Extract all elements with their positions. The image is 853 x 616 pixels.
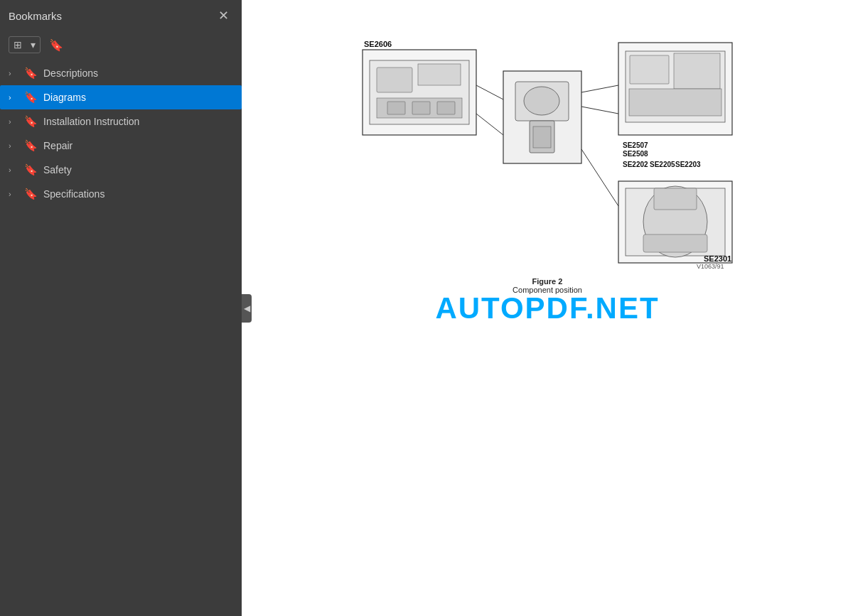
svg-line-26 <box>581 85 618 92</box>
svg-line-27 <box>581 107 618 114</box>
sidebar-item-label: Specifications <box>43 188 233 200</box>
figure-description: Component position <box>513 286 582 294</box>
chevron-icon: › <box>9 93 18 102</box>
svg-point-11 <box>524 87 559 115</box>
bookmark-item-icon: 🔖 <box>24 188 38 200</box>
component-diagram-svg: SE2606 <box>348 28 746 270</box>
sidebar: Bookmarks ✕ ⊞ ▾ 🔖 › 🔖 Descriptions › 🔖 D… <box>0 0 242 616</box>
svg-rect-2 <box>377 67 412 92</box>
figure-caption: Figure 2 Component position <box>513 277 582 294</box>
svg-text:SE2606: SE2606 <box>364 40 392 48</box>
chevron-icon: › <box>9 117 18 126</box>
sidebar-item-diagrams[interactable]: › 🔖 Diagrams <box>0 85 242 109</box>
svg-text:SE2205: SE2205 <box>650 161 675 168</box>
content-area: SE2606 <box>242 0 853 616</box>
page-content: SE2606 <box>242 0 853 616</box>
collapse-panel-button[interactable]: ◀ <box>242 294 252 323</box>
bookmark-item-icon: 🔖 <box>24 115 38 128</box>
chevron-icon: › <box>9 190 18 198</box>
expand-icon-button[interactable]: ⊞ <box>9 37 26 53</box>
pdf-page: SE2606 <box>242 0 853 616</box>
close-button[interactable]: ✕ <box>214 8 233 23</box>
svg-text:SE2203: SE2203 <box>675 161 701 168</box>
watermark: AUTOPDF.NET <box>435 291 659 325</box>
diagram-container: SE2606 <box>270 28 825 294</box>
sidebar-item-label: Installation Instruction <box>43 116 233 127</box>
sidebar-item-repair[interactable]: › 🔖 Repair <box>0 134 242 158</box>
sidebar-item-specifications[interactable]: › 🔖 Specifications <box>0 182 242 206</box>
sidebar-item-label: Descriptions <box>43 67 233 79</box>
chevron-icon: › <box>9 141 18 150</box>
svg-rect-18 <box>630 55 669 84</box>
sidebar-toolbar: ⊞ ▾ 🔖 <box>0 31 242 58</box>
chevron-icon: › <box>9 166 18 174</box>
svg-rect-6 <box>412 102 430 114</box>
collapse-arrow-icon: ◀ <box>244 303 250 313</box>
bookmark-icon-button[interactable]: 🔖 <box>46 36 66 55</box>
sidebar-item-label: Repair <box>43 140 233 151</box>
svg-rect-3 <box>418 64 461 85</box>
svg-rect-20 <box>629 89 721 116</box>
bookmark-icon: 🔖 <box>49 38 63 52</box>
svg-rect-13 <box>533 126 551 148</box>
diagram-svg-area: SE2606 <box>348 28 746 270</box>
svg-rect-32 <box>643 234 707 252</box>
svg-rect-5 <box>387 102 405 114</box>
bookmark-item-icon: 🔖 <box>24 163 38 176</box>
svg-line-14 <box>476 85 503 99</box>
svg-text:SE2301: SE2301 <box>704 254 731 263</box>
bookmark-item-icon: 🔖 <box>24 139 38 152</box>
figure-number: Figure 2 <box>513 277 582 286</box>
sidebar-item-installation[interactable]: › 🔖 Installation Instruction <box>0 109 242 134</box>
svg-text:SE2507: SE2507 <box>623 141 648 149</box>
svg-line-34 <box>581 149 618 206</box>
sidebar-item-label: Safety <box>43 164 233 175</box>
svg-rect-7 <box>437 102 455 114</box>
chevron-icon: › <box>9 69 18 77</box>
sidebar-title: Bookmarks <box>9 10 62 22</box>
svg-line-15 <box>476 114 503 135</box>
sidebar-item-safety[interactable]: › 🔖 Safety <box>0 158 242 182</box>
dropdown-chevron-icon: ▾ <box>31 39 36 50</box>
expand-button-group: ⊞ ▾ <box>9 36 41 53</box>
sidebar-item-descriptions[interactable]: › 🔖 Descriptions <box>0 61 242 85</box>
svg-rect-31 <box>654 188 697 210</box>
sidebar-header: Bookmarks ✕ <box>0 0 242 31</box>
expand-icon: ⊞ <box>14 39 22 50</box>
bookmark-item-icon: 🔖 <box>24 91 38 104</box>
sidebar-item-label: Diagrams <box>43 92 233 103</box>
svg-text:SE2202: SE2202 <box>623 161 648 168</box>
svg-text:V1063/91: V1063/91 <box>697 263 724 270</box>
svg-text:SE2508: SE2508 <box>623 150 648 158</box>
bookmark-item-icon: 🔖 <box>24 67 38 80</box>
expand-dropdown-button[interactable]: ▾ <box>26 37 40 53</box>
bookmark-list: › 🔖 Descriptions › 🔖 Diagrams › 🔖 Instal… <box>0 58 242 616</box>
svg-rect-19 <box>674 53 720 89</box>
